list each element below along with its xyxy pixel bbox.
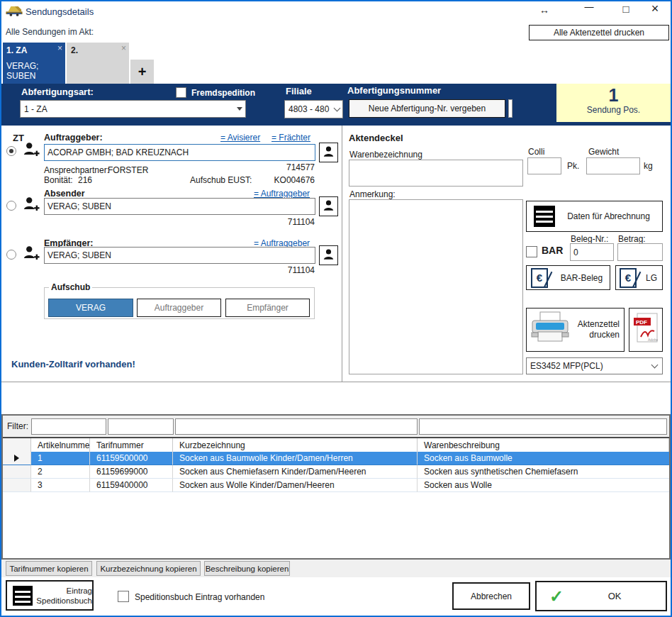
resize-icon[interactable]: ↔ [535,4,554,16]
absender-radio[interactable] [6,201,16,211]
add-contact-absender-icon[interactable] [23,196,40,214]
table-row[interactable]: 1 61159500000 Socken aus Baumwolle Kinde… [3,452,669,465]
close-button[interactable]: × [645,1,665,16]
cell-kurzbezeichnung[interactable]: Socken aus Baumwolle Kinder/Damen/Herren [173,452,418,465]
aktendeckel-title: Aktendeckel [349,133,403,143]
cell-warenbeschreibung[interactable]: Socken aus synthetischen Chemiefasern [418,465,669,479]
tab1-close-icon[interactable]: × [57,44,62,52]
auftraggeber-contact-button[interactable] [319,143,338,162]
auftraggeber-radio[interactable] [6,146,16,156]
pk-label: Pk. [567,161,579,171]
aufschub-verag-button[interactable]: VERAG [48,299,133,317]
betrag-input[interactable] [617,243,663,261]
fraechter-link[interactable]: = Frächter [271,133,310,143]
bonitaet-value: 216 [78,175,92,185]
tab-shipment-2[interactable]: 2. × [67,43,129,84]
cell-tarifnummer[interactable]: 61159400000 [90,479,173,492]
absender-input[interactable] [44,198,315,215]
lg-button[interactable]: € LG [615,265,663,290]
bar-beleg-button[interactable]: € BAR-Beleg [526,265,610,290]
header-artikelnummer[interactable]: Artikelnummer [31,438,90,453]
abfertigungsart-dropdown[interactable]: 1 - ZA [20,100,246,118]
bar-checkbox[interactable] [526,246,537,257]
auftraggeber-label: Auftraggeber: [44,133,103,143]
row-selector-cell[interactable] [3,479,31,492]
abfertigungsart-label: Abfertigungsart: [21,87,94,97]
add-contact-auftraggeber-icon[interactable] [23,141,40,160]
copy-kurzbezeichnung-button[interactable]: Kurzbezeichnung kopieren [96,561,201,576]
new-abfertigungsnummer-button[interactable]: Neue Abfertigung-Nr. vergeben [349,99,505,118]
cell-warenbeschreibung[interactable]: Socken aus Baumwolle [418,452,669,465]
cell-tarifnummer[interactable]: 61159699000 [90,465,173,479]
header-warenbeschreibung[interactable]: Warenbeschreibung [418,438,669,453]
aufschub-eust-value: KO004676 [255,175,315,185]
aufschub-eust-label: Aufschub EUST: [190,175,252,185]
abrechnung-button[interactable]: Daten für Abrechnung [526,201,663,232]
abfertigungsart-dropdown-arrow-icon[interactable] [233,107,245,111]
minimize-button[interactable]: — [578,1,600,12]
avisierer-link[interactable]: = Avisierer [220,133,260,143]
person-icon [322,199,335,214]
header-tarifnummer[interactable]: Tarifnummer [90,438,173,453]
anmerkung-input[interactable] [349,199,523,374]
add-contact-empfaenger-icon[interactable] [23,245,40,263]
empfaenger-contact-button[interactable] [319,245,338,265]
warenbezeichnung-input[interactable] [349,160,523,187]
fremdspedition-checkbox[interactable] [176,87,186,98]
cell-warenbeschreibung[interactable]: Socken aus Wolle [418,479,669,492]
aktenzettel-drucken-button[interactable]: Aktenzettel drucken [526,308,625,352]
copy-tarifnummer-button[interactable]: Tarifnummer kopieren [6,561,92,576]
printer-select[interactable]: ES3452 MFP(PCL) [526,357,663,374]
cell-kurzbezeichnung[interactable]: Socken aus Chemiefasern Kinder/Damen/Hee… [173,465,418,479]
cell-tarifnummer[interactable]: 61159500000 [90,452,173,465]
tab-shipment-1[interactable]: 1. ZA VERAG; SUBEN × [3,43,65,84]
maximize-button[interactable]: □ [615,3,637,15]
row-selector-cell[interactable] [3,452,31,465]
abfertigungsnummer-field[interactable] [508,99,513,118]
colli-input[interactable] [527,157,561,174]
tab1-line3: SUBEN [6,71,62,81]
lg-button-label: LG [641,273,662,283]
table-header-row: Artikelnummer Tarifnummer Kurzbezeichnun… [3,438,669,452]
header-kurzbezeichnung[interactable]: Kurzbezeichnung [173,438,418,453]
beleg-nr-input[interactable] [570,243,614,261]
copy-beschreibung-button[interactable]: Beschreibung kopieren [204,561,290,576]
row-selector-cell[interactable] [3,465,31,479]
filiale-dropdown-chevron-icon[interactable] [331,108,342,111]
ansprechpartner-label: Ansprechpartner: [44,165,109,175]
speditionsbuch-checkbox[interactable] [118,591,129,602]
absender-contact-button[interactable] [319,196,338,216]
filter-tarifnummer-input[interactable] [108,418,174,435]
aufschub-auftraggeber-button[interactable]: Auftraggeber [137,299,221,317]
empfaenger-radio[interactable] [6,250,16,260]
tab2-close-icon[interactable]: × [121,44,126,52]
auftraggeber-input[interactable] [44,144,315,161]
empfaenger-input[interactable] [44,247,315,264]
ok-button-label: OK [564,591,666,601]
filter-kurzbezeichnung-input[interactable] [175,418,418,435]
cell-artikelnummer[interactable]: 1 [31,452,90,465]
filiale-dropdown[interactable]: 4803 - 480 [284,100,343,118]
bar-checkbox-label: BAR [542,245,563,256]
filter-warenbeschreibung-input[interactable] [419,418,667,435]
cell-artikelnummer[interactable]: 2 [31,465,90,479]
absender-auftraggeber-link[interactable]: = Auftraggeber [254,189,310,199]
table-row[interactable]: 2 61159699000 Socken aus Chemiefasern Ki… [3,465,669,479]
print-all-aktenzettel-button[interactable]: Alle Aktenzettel drucken [529,25,669,40]
cancel-button[interactable]: Abbrechen [452,582,530,610]
aktenzettel-button-label: Aktenzettel drucken [571,319,624,340]
table-row[interactable]: 3 61159400000 Socken aus Wolle Kinder/Da… [3,479,669,492]
gewicht-input[interactable] [586,157,640,174]
ok-button[interactable]: ✓ OK [535,581,667,611]
add-shipment-tab-button[interactable]: + [130,60,154,84]
cell-artikelnummer[interactable]: 3 [31,479,90,492]
speditionsbuch-eintrag-button[interactable]: Eintrag Speditionsbuch [6,580,94,611]
aufschub-empfaenger-button[interactable]: Empfänger [225,299,310,317]
sendung-position-count: 1 [556,85,671,105]
euro-icon: € [531,268,548,288]
pdf-button[interactable]: PDF Adobe [629,308,663,352]
document-lines-icon [534,206,555,227]
cell-kurzbezeichnung[interactable]: Socken aus Wolle Kinder/Damen/Heeren [173,479,418,492]
printer-select-chevron-icon[interactable] [646,365,662,367]
filter-artikelnummer-input[interactable] [31,418,106,435]
